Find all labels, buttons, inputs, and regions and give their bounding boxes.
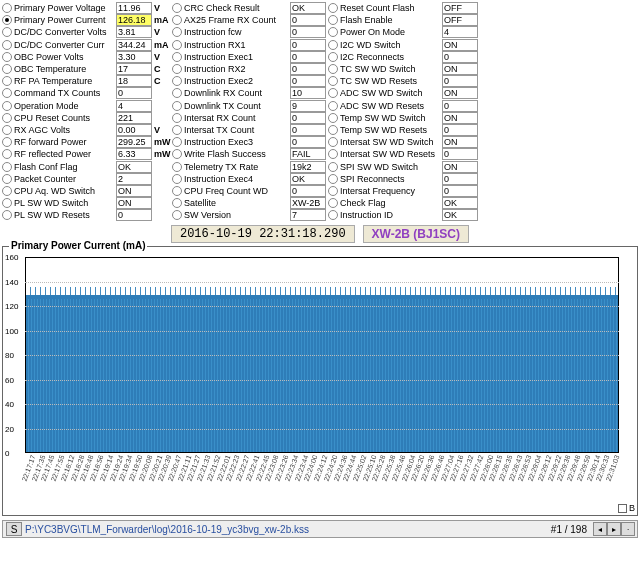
- param-row: AX25 Frame RX Count0: [172, 14, 326, 26]
- param-label: RF reflected Power: [14, 149, 116, 159]
- param-value: 0: [442, 173, 478, 185]
- radio-icon[interactable]: [2, 40, 12, 50]
- param-value: ON: [116, 197, 152, 209]
- radio-icon[interactable]: [328, 113, 338, 123]
- radio-icon[interactable]: [328, 88, 338, 98]
- radio-icon[interactable]: [2, 27, 12, 37]
- y-tick: 140: [5, 277, 18, 286]
- radio-icon[interactable]: [328, 162, 338, 172]
- param-value: 9: [290, 100, 326, 112]
- param-value: ON: [442, 136, 478, 148]
- param-row: Intersat RX Count0: [172, 112, 326, 124]
- param-row: Intersat Frequency0: [328, 185, 478, 197]
- radio-icon[interactable]: [328, 15, 338, 25]
- param-value: 17: [116, 63, 152, 75]
- radio-icon[interactable]: [2, 186, 12, 196]
- radio-icon[interactable]: [172, 210, 182, 220]
- radio-icon[interactable]: [328, 40, 338, 50]
- radio-icon[interactable]: [2, 3, 12, 13]
- param-label: SW Version: [184, 210, 290, 220]
- side-checkbox[interactable]: B: [618, 503, 635, 513]
- param-label: SPI SW WD Switch: [340, 162, 442, 172]
- nav-more-button[interactable]: ·: [621, 522, 635, 536]
- file-path: P:\YC3BVG\TLM_Forwarder\log\2016-10-19_y…: [25, 524, 545, 535]
- radio-icon[interactable]: [172, 64, 182, 74]
- radio-icon[interactable]: [2, 64, 12, 74]
- radio-icon[interactable]: [328, 125, 338, 135]
- radio-icon[interactable]: [2, 88, 12, 98]
- param-label: Temp SW WD Switch: [340, 113, 442, 123]
- param-row: Power On Mode4: [328, 26, 478, 38]
- param-value: 0: [442, 51, 478, 63]
- radio-icon[interactable]: [2, 137, 12, 147]
- radio-icon[interactable]: [172, 52, 182, 62]
- gridline: [25, 331, 619, 332]
- radio-icon[interactable]: [328, 198, 338, 208]
- radio-icon[interactable]: [172, 149, 182, 159]
- nav-prev-button[interactable]: ◂: [593, 522, 607, 536]
- y-tick: 80: [5, 351, 14, 360]
- radio-icon[interactable]: [172, 3, 182, 13]
- radio-icon[interactable]: [328, 149, 338, 159]
- param-unit: V: [152, 125, 170, 135]
- param-label: ADC SW WD Switch: [340, 88, 442, 98]
- y-tick: 20: [5, 424, 14, 433]
- radio-icon[interactable]: [328, 137, 338, 147]
- radio-icon[interactable]: [172, 40, 182, 50]
- radio-icon[interactable]: [328, 101, 338, 111]
- param-label: DC/DC Converter Volts: [14, 27, 116, 37]
- y-tick: 120: [5, 302, 18, 311]
- param-value: OK: [116, 161, 152, 173]
- param-row: Check FlagOK: [328, 197, 478, 209]
- radio-icon[interactable]: [172, 198, 182, 208]
- radio-icon[interactable]: [328, 174, 338, 184]
- param-row: Primary Power Current126.18mA: [2, 14, 170, 26]
- radio-icon[interactable]: [2, 15, 12, 25]
- param-value: 7: [290, 209, 326, 221]
- radio-icon[interactable]: [328, 210, 338, 220]
- param-value: OK: [442, 197, 478, 209]
- radio-icon[interactable]: [2, 101, 12, 111]
- gridline: [25, 429, 619, 430]
- radio-icon[interactable]: [172, 186, 182, 196]
- checkbox-icon[interactable]: [618, 504, 627, 513]
- radio-icon[interactable]: [172, 76, 182, 86]
- radio-icon[interactable]: [2, 210, 12, 220]
- param-label: Intersat Frequency: [340, 186, 442, 196]
- gridline: [25, 355, 619, 356]
- radio-icon[interactable]: [328, 186, 338, 196]
- radio-icon[interactable]: [172, 113, 182, 123]
- param-value: 4: [442, 26, 478, 38]
- radio-icon[interactable]: [2, 198, 12, 208]
- param-row: Write Flash SuccessFAIL: [172, 148, 326, 160]
- param-label: Power On Mode: [340, 27, 442, 37]
- nav-next-button[interactable]: ▸: [607, 522, 621, 536]
- radio-icon[interactable]: [2, 52, 12, 62]
- radio-icon[interactable]: [2, 76, 12, 86]
- radio-icon[interactable]: [328, 3, 338, 13]
- radio-icon[interactable]: [172, 101, 182, 111]
- radio-icon[interactable]: [172, 174, 182, 184]
- radio-icon[interactable]: [2, 174, 12, 184]
- param-value: 3.81: [116, 26, 152, 38]
- radio-icon[interactable]: [328, 64, 338, 74]
- radio-icon[interactable]: [172, 125, 182, 135]
- param-value: 221: [116, 112, 152, 124]
- radio-icon[interactable]: [328, 76, 338, 86]
- radio-icon[interactable]: [172, 15, 182, 25]
- param-label: Primary Power Current: [14, 15, 116, 25]
- radio-icon[interactable]: [2, 149, 12, 159]
- param-row: Flash EnableOFF: [328, 14, 478, 26]
- radio-icon[interactable]: [328, 52, 338, 62]
- radio-icon[interactable]: [172, 137, 182, 147]
- radio-icon[interactable]: [2, 125, 12, 135]
- radio-icon[interactable]: [2, 162, 12, 172]
- radio-icon[interactable]: [172, 88, 182, 98]
- satellite-box: XW-2B (BJ1SC): [363, 225, 469, 243]
- radio-icon[interactable]: [172, 27, 182, 37]
- radio-icon[interactable]: [172, 162, 182, 172]
- radio-icon[interactable]: [328, 27, 338, 37]
- radio-icon[interactable]: [2, 113, 12, 123]
- param-label: DC/DC Converter Curr: [14, 40, 116, 50]
- s-button[interactable]: S: [6, 522, 22, 536]
